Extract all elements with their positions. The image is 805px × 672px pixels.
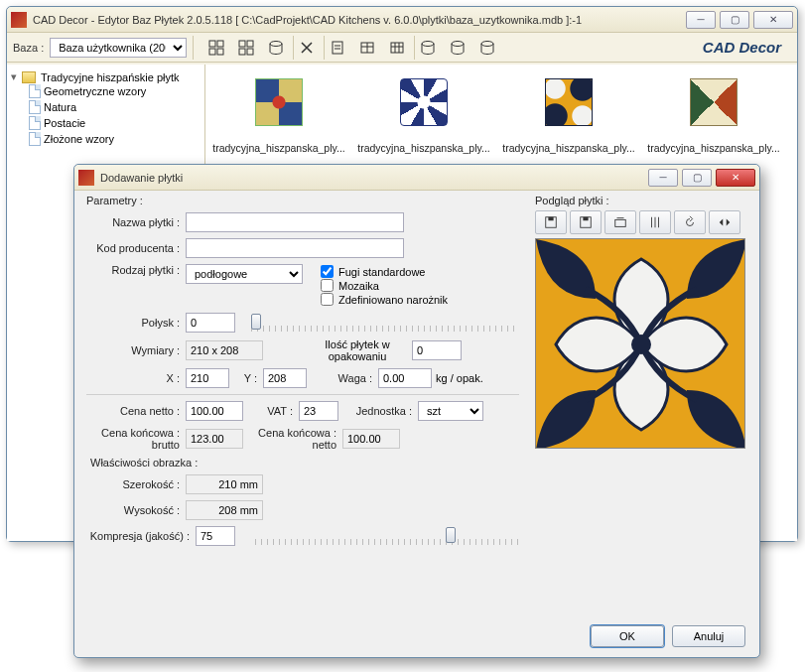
db3-icon[interactable] (445, 36, 470, 60)
net-price-input[interactable] (186, 401, 243, 421)
svg-rect-4 (239, 41, 245, 47)
tile-name-input[interactable] (186, 212, 404, 232)
weight-unit: kg / opak. (436, 372, 483, 384)
cancel-button[interactable]: Anuluj (672, 625, 745, 647)
tree-leaf[interactable]: Natura (29, 99, 202, 115)
db-icon[interactable] (263, 36, 289, 60)
x-label: X : (86, 372, 186, 384)
svg-rect-23 (548, 217, 553, 221)
standard-grout-checkbox[interactable] (321, 265, 334, 278)
db2-icon[interactable] (415, 36, 441, 60)
collapse-icon[interactable]: ▾ (9, 70, 19, 83)
svg-rect-15 (391, 43, 403, 53)
grid-icon[interactable] (203, 36, 229, 60)
folder-icon (22, 71, 36, 83)
doc-icon (29, 132, 41, 146)
svg-rect-1 (217, 41, 223, 47)
tree-leaf-label: Natura (44, 101, 76, 113)
tree-leaf-label: Złożone wzory (44, 133, 114, 145)
unit-select[interactable]: szt (418, 401, 483, 421)
preview-grid-icon[interactable] (639, 210, 671, 234)
tree-children: Geometryczne wzory Natura Postacie Złożo… (29, 83, 202, 147)
thumb-item[interactable]: tradycyjna_hiszpanska_ply... (644, 78, 783, 154)
preview-toolbar (535, 210, 747, 234)
add-tile-dialog: Dodawanie płytki ─ ▢ ✕ Parametry : Nazwa… (73, 164, 760, 658)
polysk-label: Połysk : (86, 317, 186, 329)
maximize-button[interactable]: ▢ (720, 11, 749, 29)
params-column: Parametry : Nazwa płytki : Kod producent… (86, 195, 519, 617)
tile-type-select[interactable]: podłogowe (186, 264, 303, 284)
tools-icon[interactable] (294, 36, 320, 60)
code-label: Kod producenta : (86, 242, 186, 254)
svg-point-8 (270, 41, 282, 46)
tree-leaf[interactable]: Postacie (29, 115, 202, 131)
producer-code-input[interactable] (186, 238, 404, 258)
preview-save-icon[interactable] (535, 210, 567, 234)
doc-icon (29, 116, 41, 130)
type-label: Rodzaj płytki : (86, 264, 186, 276)
tree-leaf-label: Postacie (44, 117, 85, 129)
dialog-titlebar[interactable]: Dodawanie płytki ─ ▢ ✕ (74, 165, 759, 191)
ilosc-label: Ilość płytek w opakowaniu (303, 338, 412, 362)
gloss-slider[interactable] (251, 314, 519, 332)
slider-thumb-icon[interactable] (446, 527, 456, 543)
thumb-label: tradycyjna_hiszpanska_ply... (209, 142, 348, 154)
vat-label: VAT : (243, 405, 299, 417)
mosaic-checkbox[interactable] (321, 279, 334, 292)
svg-rect-2 (209, 49, 215, 55)
app-icon (11, 12, 27, 28)
dialog-minimize-button[interactable]: ─ (648, 169, 678, 187)
close-button[interactable]: ✕ (753, 11, 793, 29)
preview-rotate-icon[interactable] (674, 210, 706, 234)
grid2-icon[interactable] (233, 36, 259, 60)
compression-input[interactable] (196, 526, 235, 546)
slider-thumb-icon[interactable] (251, 314, 261, 330)
svg-point-19 (422, 41, 434, 46)
dialog-maximize-button[interactable]: ▢ (682, 169, 712, 187)
gloss-input[interactable] (186, 313, 235, 333)
top-toolbar: Baza : Baza użytkownika (2004-...) CAD D… (7, 33, 797, 63)
thumb-item[interactable]: tradycyjna_hiszpanska_ply... (499, 78, 638, 154)
tree-leaf-label: Geometryczne wzory (44, 85, 146, 97)
svg-rect-3 (217, 49, 223, 55)
dimensions-display (186, 340, 263, 360)
table-icon[interactable] (354, 36, 380, 60)
svg-rect-9 (333, 42, 342, 54)
compression-slider[interactable] (255, 527, 519, 545)
tree-root-label: Tradycyjne hiszpańskie płytk (41, 71, 180, 83)
tree-leaf[interactable]: Złożone wzory (29, 131, 202, 147)
thumb-item[interactable]: tradycyjna_hiszpanska_ply... (209, 78, 348, 154)
dialog-close-button[interactable]: ✕ (716, 169, 755, 187)
dialog-body: Parametry : Nazwa płytki : Kod producent… (86, 195, 747, 617)
tile-preview (535, 238, 745, 449)
ok-button[interactable]: OK (591, 625, 664, 647)
table2-icon[interactable] (384, 36, 410, 60)
db4-icon[interactable] (474, 36, 500, 60)
img-height-display (186, 500, 263, 520)
qty-per-pack-input[interactable] (412, 340, 462, 360)
preview-flip-icon[interactable] (709, 210, 740, 234)
svg-rect-0 (209, 41, 215, 47)
svg-point-32 (631, 335, 651, 354)
vat-input[interactable] (299, 401, 338, 421)
tree-leaf[interactable]: Geometryczne wzory (29, 83, 202, 99)
y-input[interactable] (263, 368, 307, 388)
svg-rect-6 (239, 49, 245, 55)
calc-icon[interactable] (325, 36, 350, 60)
weight-input[interactable] (378, 368, 432, 388)
thumb-item[interactable]: tradycyjna_hiszpanska_ply... (354, 78, 493, 154)
corner-checkbox[interactable] (321, 293, 334, 306)
thumb-label: tradycyjna_hiszpanska_ply... (354, 142, 493, 154)
dialog-icon (78, 170, 94, 186)
svg-rect-26 (615, 219, 626, 226)
preview-scan-icon[interactable] (604, 210, 636, 234)
image-props-label: Właściwości obrazka : (90, 457, 519, 469)
tree-root[interactable]: ▾ Tradycyjne hiszpańskie płytk (9, 70, 202, 83)
x-input[interactable] (186, 368, 229, 388)
base-select[interactable]: Baza użytkownika (2004-...) (50, 38, 187, 58)
main-titlebar[interactable]: CAD Decor - Edytor Baz Płytek 2.0.5.118 … (7, 7, 797, 33)
komp-label: Kompresja (jakość) : (86, 530, 196, 542)
preview-open-icon[interactable] (570, 210, 602, 234)
svg-point-21 (481, 41, 493, 46)
minimize-button[interactable]: ─ (686, 11, 716, 29)
